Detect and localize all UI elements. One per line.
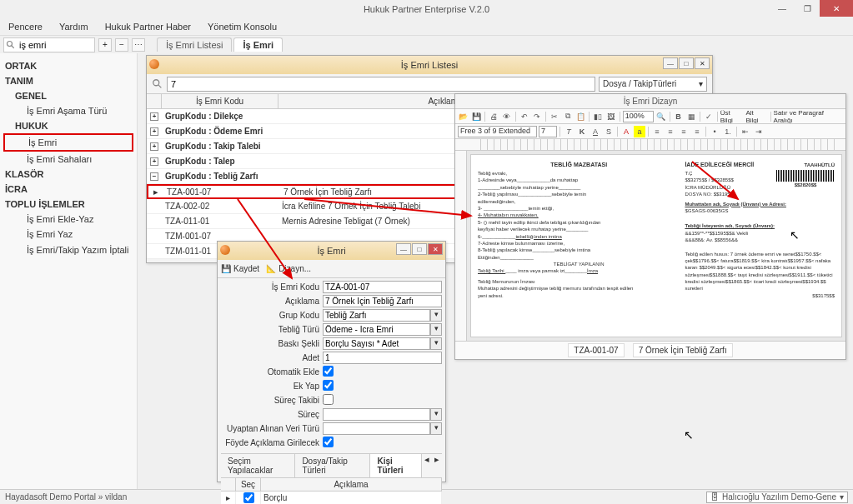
tabs-scroll-left[interactable]: ◂ xyxy=(422,454,432,477)
align-justify-icon[interactable]: ≡ xyxy=(691,126,703,137)
font-select[interactable]: Free 3 of 9 Extended xyxy=(458,126,537,137)
kaydet-button[interactable]: 💾 Kaydet xyxy=(221,264,259,273)
bold2-icon[interactable]: K xyxy=(576,126,588,137)
hilite-icon[interactable]: a xyxy=(634,126,645,137)
expand-icon[interactable]: + xyxy=(150,112,158,121)
zoom-icon[interactable]: 🔍 xyxy=(655,111,667,122)
list-min-button[interactable]: — xyxy=(663,57,678,69)
satir-label[interactable]: Satır ve Paragraf Aralığı xyxy=(774,109,844,124)
sidebar-genel[interactable]: GENEL xyxy=(3,88,133,103)
paste-icon[interactable]: 📋 xyxy=(575,111,587,122)
sidebar-item-ekle[interactable]: İş Emri Ekle-Yaz xyxy=(3,212,133,227)
tabs-scroll-right[interactable]: ▸ xyxy=(432,454,442,477)
italic-icon[interactable]: T xyxy=(563,126,575,137)
sidebar-item-is-emri[interactable]: İş Emri xyxy=(3,133,133,152)
select-uyaptan[interactable] xyxy=(323,422,430,435)
preview-icon[interactable]: 👁 xyxy=(501,111,513,122)
subcol-aciklama[interactable]: Açıklama xyxy=(261,478,442,491)
indent-dec-icon[interactable]: ⇤ xyxy=(740,126,751,137)
chevron-down-icon[interactable]: ▾ xyxy=(430,408,442,421)
status-db-combo[interactable]: 🗄 Halıcıoğlu Yazılım Demo-Gene ▾ xyxy=(706,492,848,503)
save-icon[interactable]: 💾 xyxy=(471,111,483,122)
col-kod[interactable]: İş Emri Kodu xyxy=(162,94,278,108)
table-icon[interactable]: ▦ xyxy=(685,111,697,122)
check-borclu[interactable] xyxy=(243,492,254,503)
expand-icon[interactable]: + xyxy=(150,157,158,166)
redo-icon[interactable]: ↷ xyxy=(531,111,543,122)
align-right-icon[interactable]: ≡ xyxy=(678,126,690,137)
minimize-button[interactable]: — xyxy=(770,0,795,17)
undo-icon[interactable]: ↶ xyxy=(519,111,530,122)
list-filter-combo[interactable]: Dosya / TakipTürleri ▾ xyxy=(599,77,707,92)
dizayn-title[interactable]: İş Emri Dizayn xyxy=(455,94,845,109)
sidebar-toplu[interactable]: TOPLU İŞLEMLER xyxy=(3,197,133,212)
chevron-down-icon[interactable]: ▾ xyxy=(430,337,442,350)
copy-icon[interactable]: ⧉ xyxy=(562,111,574,122)
sidebar-icra[interactable]: İCRA xyxy=(3,182,133,197)
select-teblig[interactable] xyxy=(323,323,430,336)
subcol-sec[interactable]: Seç xyxy=(236,478,261,491)
sidebar-item-sahalari[interactable]: İş Emri Sahaları xyxy=(3,152,133,167)
select-surec[interactable] xyxy=(323,408,430,421)
expand-icon[interactable]: + xyxy=(150,142,158,151)
maximize-button[interactable]: ❐ xyxy=(795,0,820,17)
align-left-icon[interactable]: ≡ xyxy=(651,126,663,137)
main-search-input[interactable] xyxy=(18,39,84,51)
input-aciklama[interactable] xyxy=(323,295,442,307)
remove-button[interactable]: − xyxy=(115,38,128,52)
main-search[interactable] xyxy=(3,37,95,52)
expand-icon[interactable]: + xyxy=(150,127,158,136)
add-button[interactable]: + xyxy=(98,38,112,52)
list-window-title[interactable]: İş Emri Listesi — □ ✕ xyxy=(147,56,712,74)
check-foyde[interactable] xyxy=(323,437,334,447)
document-page[interactable]: TEBLİĞ MAZBATASI Tebliğ evrakı, 1-Adresi… xyxy=(470,154,842,337)
sidebar-ortak[interactable]: ORTAK xyxy=(3,58,133,73)
image-icon[interactable]: 🖼 xyxy=(605,111,617,122)
indent-inc-icon[interactable]: ⇥ xyxy=(753,126,765,137)
print-icon[interactable]: 🖨 xyxy=(488,111,499,122)
list-max-button[interactable]: □ xyxy=(679,57,694,69)
cut-icon[interactable]: ✂ xyxy=(549,111,560,122)
open-icon[interactable]: 📂 xyxy=(458,111,469,122)
form-min-button[interactable]: — xyxy=(396,243,411,255)
sidebar-item-iptal[interactable]: İş Emri/Takip Yazım İptali xyxy=(3,242,133,258)
bullets-icon[interactable]: • xyxy=(709,126,720,137)
alt-bilgi-label[interactable]: Alt Bilgi xyxy=(745,109,767,124)
menu-haber[interactable]: Hukuk Partner Haber xyxy=(105,22,191,32)
subgrid-row[interactable]: ▸ Borçlu xyxy=(221,492,442,504)
form-window-title[interactable]: İş Emri — □ ✕ xyxy=(218,242,445,260)
sidebar-klasor[interactable]: KLASÖR xyxy=(3,167,133,182)
tab-list[interactable]: İş Emri Listesi xyxy=(157,37,232,52)
chevron-down-icon[interactable]: ▾ xyxy=(430,323,442,336)
chevron-down-icon[interactable]: ▾ xyxy=(430,309,442,322)
exec-button[interactable]: ⋯ xyxy=(132,38,145,52)
input-adet[interactable] xyxy=(323,352,442,364)
bold-icon[interactable]: B xyxy=(673,111,685,122)
sidebar-tanim[interactable]: TANIM xyxy=(3,73,133,88)
underline-icon[interactable]: A xyxy=(590,126,601,137)
form-max-button[interactable]: □ xyxy=(412,243,427,255)
check-icon[interactable]: ✓ xyxy=(703,111,715,122)
ust-bilgi-label[interactable]: Üst Bilgi xyxy=(720,109,745,124)
dizayn-button[interactable]: 📐 Dizayn... xyxy=(266,264,311,273)
zoom-select[interactable]: 100% xyxy=(623,111,654,122)
size-select[interactable]: 7 xyxy=(539,126,557,137)
menu-yardim[interactable]: Yardım xyxy=(59,22,88,32)
select-baski[interactable] xyxy=(323,337,430,350)
sidebar-hukuk[interactable]: HUKUK xyxy=(3,118,133,133)
tab-secim[interactable]: Seçim Yapılacaklar xyxy=(221,454,295,477)
check-oto[interactable] xyxy=(323,366,334,377)
close-button[interactable]: ✕ xyxy=(820,0,853,17)
list-search-input[interactable] xyxy=(168,79,595,89)
sidebar-item-yaz[interactable]: İş Emri Yaz xyxy=(3,227,133,242)
input-kod[interactable] xyxy=(323,281,442,293)
select-grup[interactable] xyxy=(323,309,430,322)
list-close-button[interactable]: ✕ xyxy=(695,57,710,69)
sidebar-item-asama[interactable]: İş Emri Aşama Türü xyxy=(3,103,133,118)
menu-konsol[interactable]: Yönetim Konsolu xyxy=(208,22,277,32)
numbers-icon[interactable]: 1. xyxy=(722,126,734,137)
menu-pencere[interactable]: Pencere xyxy=(8,22,43,32)
strike-icon[interactable]: S xyxy=(603,126,615,137)
chevron-down-icon[interactable]: ▾ xyxy=(430,422,442,435)
align-center-icon[interactable]: ≡ xyxy=(665,126,676,137)
